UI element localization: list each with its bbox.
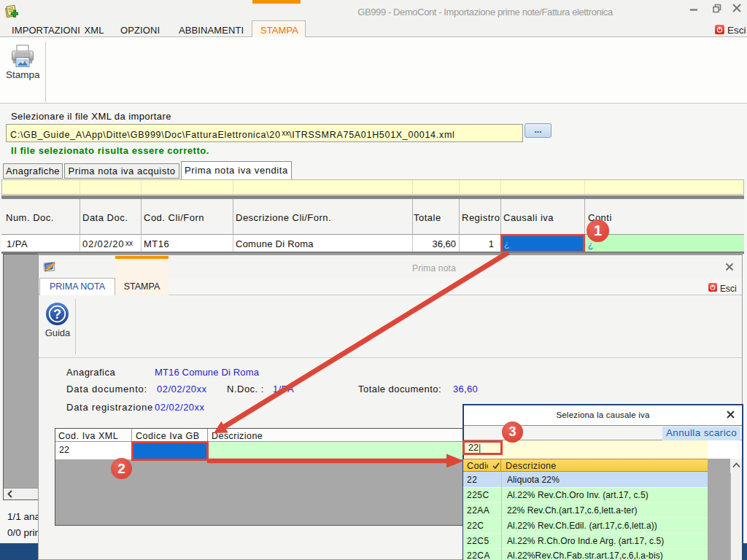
svg-text:?: ?	[53, 307, 61, 322]
